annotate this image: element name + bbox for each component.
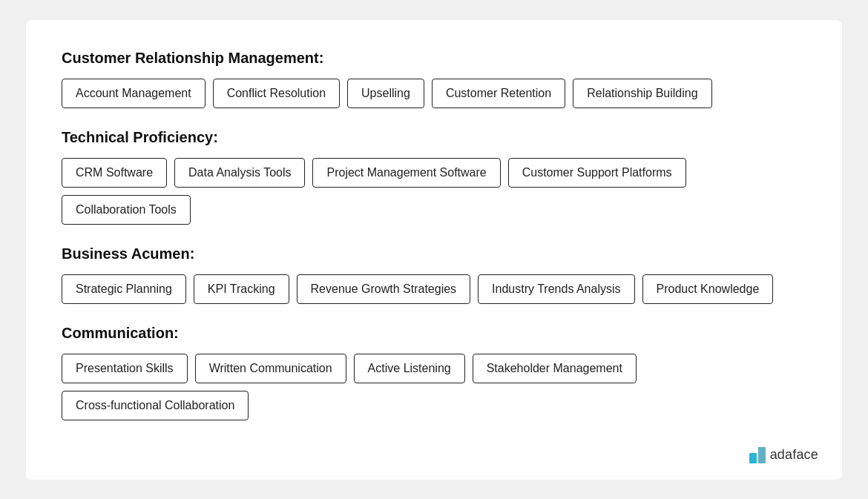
tag: Relationship Building [573,79,711,108]
logo-area: adaface [749,447,818,463]
section-communication: Communication:Presentation SkillsWritten… [62,325,806,420]
tags-technical-proficiency: CRM SoftwareData Analysis ToolsProject M… [62,158,806,225]
section-title-customer-relationship-management: Customer Relationship Management: [62,50,806,67]
logo-text: adaface [770,447,818,463]
tag: Stakeholder Management [473,354,637,383]
section-business-acumen: Business Acumen:Strategic PlanningKPI Tr… [62,245,806,304]
tag: Collaboration Tools [62,195,191,225]
tag: Strategic Planning [62,274,186,304]
tags-business-acumen: Strategic PlanningKPI TrackingRevenue Gr… [62,274,806,304]
tag: Active Listening [354,354,465,383]
tag: Customer Support Platforms [508,158,686,188]
section-customer-relationship-management: Customer Relationship Management:Account… [62,50,806,108]
section-title-communication: Communication: [62,325,806,342]
tag: Presentation Skills [62,354,188,383]
tag: Industry Trends Analysis [478,274,634,304]
tags-communication: Presentation SkillsWritten Communication… [62,354,806,420]
tag: Data Analysis Tools [174,158,305,188]
tag: Product Knowledge [642,274,774,304]
section-title-business-acumen: Business Acumen: [62,245,806,262]
tag: Project Management Software [312,158,500,188]
svg-rect-1 [758,447,766,463]
tag: Upselling [347,79,424,108]
tag: KPI Tracking [194,274,289,304]
section-title-technical-proficiency: Technical Proficiency: [62,129,806,146]
tag: Cross-functional Collaboration [62,391,249,420]
tags-customer-relationship-management: Account ManagementConflict ResolutionUps… [62,79,806,108]
tag: Written Communication [195,354,346,383]
main-card: Customer Relationship Management:Account… [26,20,842,480]
tag: Conflict Resolution [213,79,340,108]
tag: Customer Retention [432,79,565,108]
adaface-logo-icon [749,447,766,463]
tag: Account Management [62,79,206,108]
section-technical-proficiency: Technical Proficiency:CRM SoftwareData A… [62,129,806,225]
tag: Revenue Growth Strategies [297,274,471,304]
tag: CRM Software [62,158,167,188]
svg-rect-0 [749,453,757,463]
